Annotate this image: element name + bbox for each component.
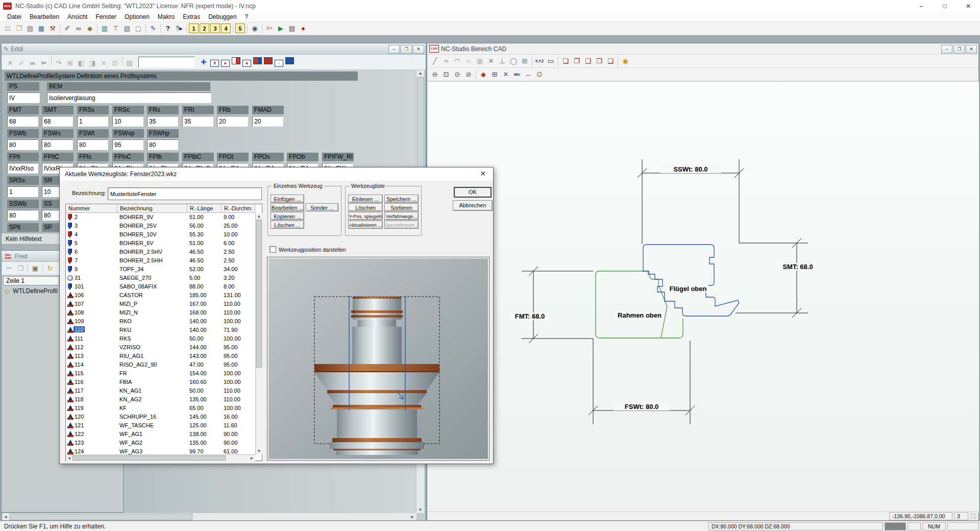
scroll-left-icon[interactable]: ◄ xyxy=(66,456,72,461)
table-hscroll-thumb[interactable] xyxy=(72,455,226,461)
field-input-smt[interactable] xyxy=(42,116,73,127)
loeschen-list-button[interactable]: Löschen xyxy=(348,203,383,211)
table-row[interactable]: 123WF_AG2135.0090.00 xyxy=(66,439,255,447)
profile-a-window-icon[interactable]: a xyxy=(221,60,230,67)
run-icon[interactable]: ▶ xyxy=(275,23,286,34)
help-icon[interactable]: ? xyxy=(162,23,174,34)
find-icon[interactable]: ∞ xyxy=(27,58,38,68)
col-bezeichnung[interactable]: Bezeichnung xyxy=(117,204,187,213)
table-row[interactable]: 31SAEGE_2705.003.20 xyxy=(66,274,255,282)
view-5-button[interactable]: 5 xyxy=(235,23,245,33)
minimize-button[interactable]: – xyxy=(910,0,933,12)
profile-5-window-icon[interactable]: 5 xyxy=(210,60,219,67)
list-item[interactable]: ☺ WTLDefineProfil xyxy=(3,287,58,295)
field-input-sswb[interactable] xyxy=(7,210,38,221)
frame-dark-red-icon[interactable] xyxy=(264,57,273,64)
view-back-icon[interactable]: ❐ xyxy=(571,56,582,66)
library-icon[interactable]: ▥ xyxy=(99,23,110,34)
paste-icon[interactable]: ▣ xyxy=(30,263,41,274)
perpendicular-icon[interactable]: ⊥ xyxy=(497,56,508,66)
table-row[interactable]: 107MIZI_P167.00110.00 xyxy=(66,300,255,308)
save-page-icon[interactable]: ▤ xyxy=(24,23,36,34)
xyz-ruler-icon[interactable]: X,Y,Z xyxy=(534,56,545,66)
field-input-frsc[interactable] xyxy=(112,116,143,127)
table-row[interactable]: 117KN_AG150.00110.00 xyxy=(66,387,255,395)
list-rows-icon[interactable]: ≡ xyxy=(98,58,109,68)
shift-left-icon[interactable]: ◧ xyxy=(76,58,87,68)
snap-icon[interactable]: ✕ xyxy=(500,69,511,80)
zoom-out-icon[interactable]: ⊖ xyxy=(429,69,440,80)
cad-titlebar[interactable]: CAD NC-Studio Bereich CAD – ❐ ✕ xyxy=(427,43,978,55)
settings-wrench-icon[interactable]: ⚒ xyxy=(47,23,58,34)
table-row[interactable]: 119KF65.00100.00 xyxy=(66,404,255,413)
zoom-window-icon[interactable]: ⊡ xyxy=(440,69,452,80)
checkbox-box[interactable] xyxy=(270,246,276,253)
field-input-fmt[interactable] xyxy=(7,116,38,127)
table-row[interactable]: 2BOHRER_9V51.009.00 xyxy=(66,213,255,222)
package-icon[interactable]: ◆ xyxy=(84,23,95,34)
table-row[interactable]: 122WF_AG1138.0090.00 xyxy=(66,430,255,439)
grid-blue-icon[interactable]: ⊞ xyxy=(489,69,500,80)
menu-item-makro[interactable]: Makro xyxy=(154,13,179,20)
ruler-icon[interactable]: ▭ xyxy=(545,56,556,66)
verfahrwege-button[interactable]: Verfahrwege... xyxy=(384,212,419,220)
eddi-search-input[interactable] xyxy=(138,57,195,68)
menu-item-extras[interactable]: Extras xyxy=(179,13,204,20)
table-vertical-scrollbar[interactable]: ▲ ▼ xyxy=(255,213,262,454)
menu-item-bearbeiten[interactable]: Bearbeiten xyxy=(26,13,63,20)
sortieren-button[interactable]: Sortieren xyxy=(384,203,419,211)
table-row[interactable]: 120SCHRUPP_16145.0016.00 xyxy=(66,413,255,421)
sonder-button[interactable]: Sonder ... xyxy=(306,203,338,211)
table-row[interactable]: 115FR154.00100.00 xyxy=(66,369,255,378)
bearbeiten-button[interactable]: Bearbeiten ... xyxy=(271,203,304,211)
tool-list[interactable]: 2BOHRER_9V51.009.003BOHRER_25V56.0025.00… xyxy=(66,213,255,454)
eddi-hscroll-thumb[interactable] xyxy=(10,514,192,520)
cut-icon[interactable]: ✂ xyxy=(38,58,50,68)
insert-row-icon[interactable]: ⊞ xyxy=(64,58,76,68)
field-input-ps[interactable] xyxy=(7,92,40,103)
stop-icon[interactable]: ● xyxy=(298,23,309,34)
trim-icon[interactable]: ✕ xyxy=(485,56,497,66)
cancel-button[interactable]: Abbrechen xyxy=(453,200,493,211)
print-preview-icon[interactable]: ◉ xyxy=(249,23,260,34)
einfuegen-button[interactable]: Einfügen ... xyxy=(271,195,304,203)
bezeichnung-input[interactable] xyxy=(108,187,262,200)
text-abc-icon[interactable]: abc xyxy=(511,69,523,80)
field-input-fswvp[interactable] xyxy=(112,139,143,150)
field-input-frss[interactable] xyxy=(77,116,108,127)
delete-icon[interactable]: ✕ xyxy=(5,58,16,68)
eddi-horizontal-scrollbar[interactable]: ◄ ► xyxy=(3,513,416,520)
scroll-right-icon[interactable]: ► xyxy=(410,515,414,519)
ypos-spiegeln-button[interactable]: Y-Pos. spiegeln xyxy=(348,212,383,220)
resize-grip[interactable] xyxy=(970,513,976,519)
eddi-titlebar[interactable]: ✎ Eddi – ❐ ✕ xyxy=(2,43,426,55)
field-input-fplt[interactable] xyxy=(7,163,38,174)
no-dimension-icon[interactable]: ∅ xyxy=(534,69,545,80)
menu-item-debuggen[interactable]: Debuggen xyxy=(204,13,240,20)
frame-blue-icon[interactable] xyxy=(285,57,294,64)
field-input-fswhp[interactable] xyxy=(147,139,178,150)
dimension-icon[interactable]: ↔ xyxy=(523,69,534,80)
ok-button[interactable]: OK xyxy=(454,187,492,198)
field-input-frs[interactable] xyxy=(147,116,178,127)
draw-line-icon[interactable]: ╱ xyxy=(429,56,440,66)
speichern-button[interactable]: Speichern ... xyxy=(384,195,419,203)
redo-pen-icon[interactable]: ✐ xyxy=(62,23,73,34)
open-file-icon[interactable]: ❐ xyxy=(13,23,24,34)
cad-minimize-button[interactable]: – xyxy=(941,45,952,54)
draw-ellipse-icon[interactable]: ◯ xyxy=(508,56,519,66)
table-row[interactable]: 101SABO_08AFIX88.008.00 xyxy=(66,282,255,291)
draw-circle-icon[interactable]: ○ xyxy=(463,56,474,66)
scroll-left-icon[interactable]: ◄ xyxy=(4,515,8,519)
eddi-minimize-button[interactable]: – xyxy=(388,45,400,54)
dialog-titlebar[interactable]: Aktuelle Werkzeugliste: Fenster2023.wkz xyxy=(60,167,493,181)
maximize-button[interactable]: □ xyxy=(933,0,957,12)
field-input-fmad[interactable] xyxy=(252,116,283,127)
field-input-fswt[interactable] xyxy=(77,139,108,150)
cad-canvas[interactable]: SSWt: 80.0 SMT: 68.0 FMT: 68.0 FSWt: 80.… xyxy=(428,81,979,513)
field-input-fsws[interactable] xyxy=(42,139,73,150)
frame-red-blue-icon[interactable] xyxy=(253,57,262,64)
table-row[interactable]: 124WF_AG399.7061.00 xyxy=(66,447,255,454)
view-4-button[interactable]: 4 xyxy=(221,23,231,33)
render-sphere-icon[interactable]: ◉ xyxy=(620,56,631,66)
